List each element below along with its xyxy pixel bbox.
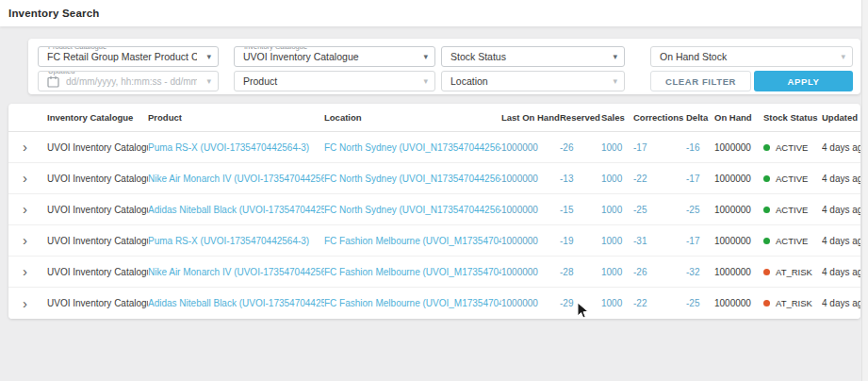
cell-updated: 4 days ago [822, 236, 860, 246]
cell-inventory-catalogue: UVOI Inventory Catalogue [47, 298, 148, 308]
cell-last-on-hand: 1000000 [501, 205, 560, 215]
inventory-catalogue-value: UVOI Inventory Catalogue [243, 51, 359, 62]
chevron-right-icon[interactable]: › [23, 234, 27, 247]
column-header-on-hand: On Hand [714, 112, 763, 123]
table-row: › UVOI Inventory Catalogue Nike Air Mona… [8, 257, 860, 288]
product-link[interactable]: Puma RS-X (UVOI-1735470442564-3) [148, 142, 324, 153]
cell-inventory-catalogue: UVOI Inventory Catalogue [47, 267, 148, 277]
product-link[interactable]: Nike Air Monarch IV (UVOI-1735470442564-… [148, 174, 324, 184]
status-label: ACTIVE [776, 142, 808, 153]
cell-updated: 4 days ago [822, 298, 860, 308]
product-link[interactable]: Adidas Niteball Black (UVOI-173547044256… [148, 298, 324, 308]
inventory-search-page: Inventory Search Product Catalogue FC Re… [0, 0, 868, 381]
apply-button[interactable]: APPLY [754, 71, 853, 91]
chevron-right-icon[interactable]: › [23, 141, 27, 154]
table-row: › UVOI Inventory Catalogue Puma RS-X (UV… [8, 225, 860, 257]
product-link[interactable]: Adidas Niteball Black (UVOI-173547044256… [148, 205, 324, 215]
cell-stock-status: AT_RISK [763, 298, 822, 308]
cell-sales: 1000 [601, 298, 633, 308]
product-catalogue-select[interactable]: Product Catalogue FC Retail Group Master… [38, 46, 219, 67]
product-select[interactable]: Product ▾ [234, 71, 435, 91]
cell-last-on-hand: 1000000 [501, 142, 560, 153]
cell-reserved: -19 [560, 236, 601, 246]
location-select[interactable]: Location ▾ [441, 71, 625, 91]
location-link[interactable]: FC North Sydney (UVOI_N1735470442564) [324, 174, 501, 184]
status-label: AT_RISK [776, 298, 812, 308]
expander-cell: › [8, 203, 47, 216]
column-header-location: Location [324, 112, 501, 123]
vertical-scrollbar[interactable] [861, 0, 868, 381]
cell-sales: 1000 [601, 236, 633, 246]
location-link[interactable]: FC North Sydney (UVOI_N1735470442564) [324, 205, 501, 215]
inventory-catalogue-select[interactable]: Inventory Catalogue UVOI Inventory Catal… [234, 46, 435, 67]
column-header-corrections: Corrections [633, 112, 686, 123]
chevron-right-icon[interactable]: › [23, 297, 27, 310]
location-value: Location [450, 75, 488, 87]
calendar-icon [47, 75, 59, 88]
column-header-delta: Delta [686, 112, 714, 123]
table-row: › UVOI Inventory Catalogue Adidas Niteba… [8, 194, 860, 225]
chevron-right-icon[interactable]: › [23, 172, 27, 185]
cell-inventory-catalogue: UVOI Inventory Catalogue [47, 174, 148, 184]
chevron-right-icon[interactable]: › [23, 203, 27, 216]
cell-sales: 1000 [601, 205, 633, 215]
status-label: ACTIVE [776, 174, 808, 184]
chevron-right-icon[interactable]: › [23, 265, 27, 278]
inventory-table: Inventory CatalogueProductLocationLast O… [8, 104, 860, 319]
chevron-down-icon: ▾ [613, 52, 617, 61]
page-title: Inventory Search [8, 8, 100, 19]
cell-corrections: -22 [633, 174, 686, 184]
cell-delta: -17 [686, 236, 714, 246]
status-dot-icon [763, 269, 770, 275]
status-label: AT_RISK [776, 267, 812, 277]
location-link[interactable]: FC Fashion Melbourne (UVOI_M173547044256… [324, 298, 501, 308]
clear-filter-button[interactable]: CLEAR FILTER [650, 71, 751, 91]
location-link[interactable]: FC North Sydney (UVOI_N1735470442564) [324, 142, 501, 153]
status-dot-icon [763, 238, 770, 244]
updated-date-range-field[interactable]: Updated ▾ [38, 71, 219, 91]
expander-cell: › [8, 234, 47, 247]
cell-corrections: -25 [633, 205, 686, 215]
cell-stock-status: ACTIVE [763, 142, 822, 153]
location-link[interactable]: FC Fashion Melbourne (UVOI_M173547044256… [324, 236, 501, 246]
updated-date-range-input[interactable] [66, 76, 197, 87]
cell-updated: 4 days ago [822, 267, 860, 277]
cell-inventory-catalogue: UVOI Inventory Catalogue [47, 236, 148, 246]
cell-corrections: -17 [633, 142, 686, 153]
cell-stock-status: AT_RISK [763, 267, 822, 277]
inventory-catalogue-label: Inventory Catalogue [241, 46, 310, 51]
cell-last-on-hand: 1000000 [501, 236, 560, 246]
stock-status-select[interactable]: Stock Status ▾ [441, 46, 625, 67]
cell-inventory-catalogue: UVOI Inventory Catalogue [47, 142, 148, 153]
cell-delta: -16 [686, 142, 714, 153]
product-link[interactable]: Puma RS-X (UVOI-1735470442564-3) [148, 236, 324, 246]
page-header: Inventory Search [0, 0, 868, 26]
filter-panel: Product Catalogue FC Retail Group Master… [28, 39, 860, 94]
table-row: › UVOI Inventory Catalogue Puma RS-X (UV… [8, 132, 860, 163]
cell-corrections: -31 [633, 236, 686, 246]
cell-sales: 1000 [601, 174, 633, 184]
table-row: › UVOI Inventory Catalogue Nike Air Mona… [8, 163, 860, 194]
status-dot-icon [763, 300, 770, 306]
product-link[interactable]: Nike Air Monarch IV (UVOI-1735470442564-… [148, 267, 324, 277]
status-dot-icon [763, 144, 770, 151]
expander-cell: › [8, 297, 47, 310]
expander-cell: › [8, 141, 47, 154]
cell-on-hand: 1000000 [714, 267, 763, 277]
cell-sales: 1000 [601, 267, 633, 277]
column-header-last-on-hand: Last On Hand [501, 112, 560, 123]
on-hand-stock-select[interactable]: On Hand Stock ▾ [650, 46, 853, 67]
expander-cell: › [8, 172, 47, 185]
cell-reserved: -15 [560, 205, 601, 215]
stock-status-value: Stock Status [450, 51, 506, 62]
chevron-down-icon: ▾ [423, 76, 428, 86]
table-body: › UVOI Inventory Catalogue Puma RS-X (UV… [8, 132, 860, 319]
expander-cell: › [8, 265, 47, 278]
updated-label: Updated [45, 71, 77, 75]
cell-stock-status: ACTIVE [763, 236, 822, 246]
chevron-down-icon: ▾ [423, 52, 428, 61]
location-link[interactable]: FC Fashion Melbourne (UVOI_M173547044256… [324, 267, 501, 277]
cell-stock-status: ACTIVE [763, 205, 822, 215]
status-dot-icon [763, 207, 770, 213]
cell-corrections: -26 [633, 267, 686, 277]
